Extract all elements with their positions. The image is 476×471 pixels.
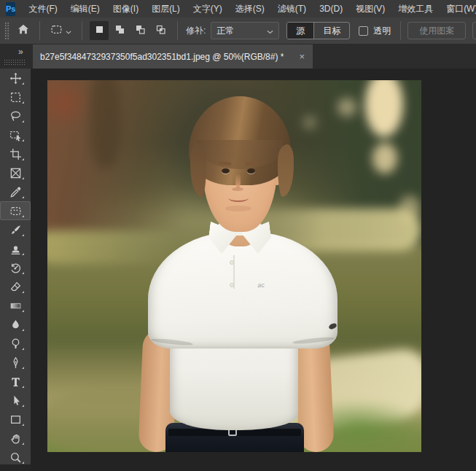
target-button[interactable]: 目标 [313, 23, 349, 39]
menubar-item[interactable]: 选择(S) [229, 0, 271, 17]
photoshop-window: Ps 文件(F)编辑(E)图像(I)图层(L)文字(Y)选择(S)滤镜(T)3D… [0, 0, 476, 471]
chin-shadow [225, 206, 251, 211]
brush-tool[interactable] [0, 220, 31, 239]
subtract-from-selection-button[interactable] [130, 21, 149, 40]
tree-trunk [90, 80, 120, 168]
new-selection-icon [94, 24, 105, 38]
chevron-down-icon [267, 24, 273, 37]
new-selection-button[interactable] [90, 21, 109, 40]
tool-preset-picker[interactable] [47, 21, 75, 41]
crop-tool[interactable] [0, 144, 31, 163]
separator [400, 21, 401, 40]
toolbar-expand-icon[interactable]: » [18, 47, 22, 57]
menubar-item[interactable]: 图像(I) [106, 0, 145, 17]
gradient-tool[interactable] [0, 296, 31, 315]
clone-stamp-tool-icon [9, 243, 22, 255]
home-button[interactable] [14, 21, 33, 40]
chest-logo: ac [254, 281, 268, 289]
eraser-tool[interactable] [0, 277, 31, 296]
add-to-selection-icon [114, 24, 125, 38]
add-to-selection-button[interactable] [110, 21, 129, 40]
source-button[interactable]: 源 [287, 23, 313, 39]
photoshop-logo-icon: Ps [6, 2, 15, 16]
document-tab-title: b27e5f3484732937350f5ad302351bd1.jpeg @ … [40, 52, 284, 62]
history-brush-tool-icon [9, 262, 22, 274]
move-tool[interactable] [0, 69, 31, 87]
shirt-button [230, 260, 234, 265]
type-tool[interactable] [0, 372, 31, 391]
patch-tool[interactable] [0, 201, 31, 220]
bokeh-highlight [372, 143, 397, 174]
blur-tool[interactable] [0, 315, 31, 334]
pen-tool[interactable] [0, 353, 31, 372]
blur-tool-icon [9, 319, 22, 331]
frame-tool[interactable] [0, 163, 31, 182]
use-pattern-button[interactable]: 使用图案 [407, 22, 466, 39]
transparent-option: 透明 [359, 25, 391, 37]
home-icon [17, 23, 30, 39]
brush-tool-icon [9, 224, 22, 236]
shirt-button [230, 283, 234, 287]
light-grass-band [47, 230, 179, 264]
eyedropper-tool[interactable] [0, 182, 31, 201]
lasso-tool[interactable] [0, 106, 31, 125]
separator [82, 21, 82, 40]
options-bar-grip[interactable] [4, 22, 10, 39]
zoom-tool[interactable] [0, 448, 31, 467]
tool-options-bar: 修补: 正常 源 目标 透明 使用图案 [0, 17, 476, 44]
object-selection-tool[interactable] [0, 125, 31, 144]
tab-close-icon[interactable]: × [297, 51, 306, 62]
menubar-item[interactable]: 滤镜(T) [271, 0, 313, 17]
object-selection-tool-icon [9, 129, 22, 141]
patch-mode-select[interactable]: 正常 [211, 22, 279, 39]
gradient-tool-icon [9, 300, 22, 312]
lasso-tool-icon [9, 110, 22, 122]
menubar-item[interactable]: 窗口(W) [440, 0, 476, 17]
crop-tool-icon [9, 148, 22, 160]
mouth [228, 194, 249, 202]
menubar-item[interactable]: 3D(D) [313, 0, 349, 17]
menubar-item[interactable]: 文字(Y) [187, 0, 229, 17]
eye [222, 168, 230, 174]
menubar-item[interactable]: 视图(V) [349, 0, 391, 17]
bokeh-highlight [338, 98, 356, 117]
bokeh-highlight [303, 115, 317, 130]
menubar-item[interactable]: 文件(F) [22, 0, 63, 17]
toolbar-grip[interactable] [4, 59, 26, 66]
path-selection-tool[interactable] [0, 391, 31, 410]
source-target-toggle: 源 目标 [286, 22, 350, 39]
rectangular-marquee-tool[interactable] [0, 87, 31, 106]
rectangle-tool-icon [9, 413, 22, 426]
document-image[interactable]: ac [47, 80, 421, 452]
intersect-selection-icon [155, 24, 166, 38]
pen-tool-icon [9, 357, 22, 369]
transparent-label: 透明 [373, 25, 391, 37]
rectangle-tool[interactable] [0, 410, 31, 429]
zoom-tool-icon [9, 451, 22, 464]
dodge-tool-icon [9, 338, 22, 350]
document-tab[interactable]: b27e5f3484732937350f5ad302351bd1.jpeg @ … [33, 44, 313, 69]
dodge-tool[interactable] [0, 334, 31, 353]
separator [177, 21, 178, 40]
polo-shirt-shoulders [148, 232, 338, 349]
path-selection-tool-icon [9, 394, 22, 407]
hand-tool[interactable] [0, 429, 31, 448]
clone-stamp-tool[interactable] [0, 239, 31, 258]
nose [235, 174, 241, 188]
menubar-item[interactable]: 增效工具 [391, 0, 440, 17]
transparent-checkbox[interactable] [359, 26, 368, 36]
pattern-options-button-partial[interactable] [472, 22, 476, 39]
menubar-item[interactable]: 图层(L) [145, 0, 187, 17]
menubar-item[interactable]: 编辑(E) [64, 0, 106, 17]
eraser-tool-icon [9, 281, 22, 293]
intersect-selection-button[interactable] [151, 21, 170, 40]
chevron-down-icon [66, 24, 71, 37]
patch-tool-icon [9, 205, 22, 217]
frame-tool-icon [9, 167, 22, 179]
canvas-area: ac [31, 69, 476, 471]
nose-shadow [232, 187, 243, 191]
hand-tool-icon [9, 432, 22, 445]
menu-bar: Ps 文件(F)编辑(E)图像(I)图层(L)文字(Y)选择(S)滤镜(T)3D… [0, 0, 476, 17]
type-tool-icon [9, 375, 22, 388]
history-brush-tool[interactable] [0, 258, 31, 277]
